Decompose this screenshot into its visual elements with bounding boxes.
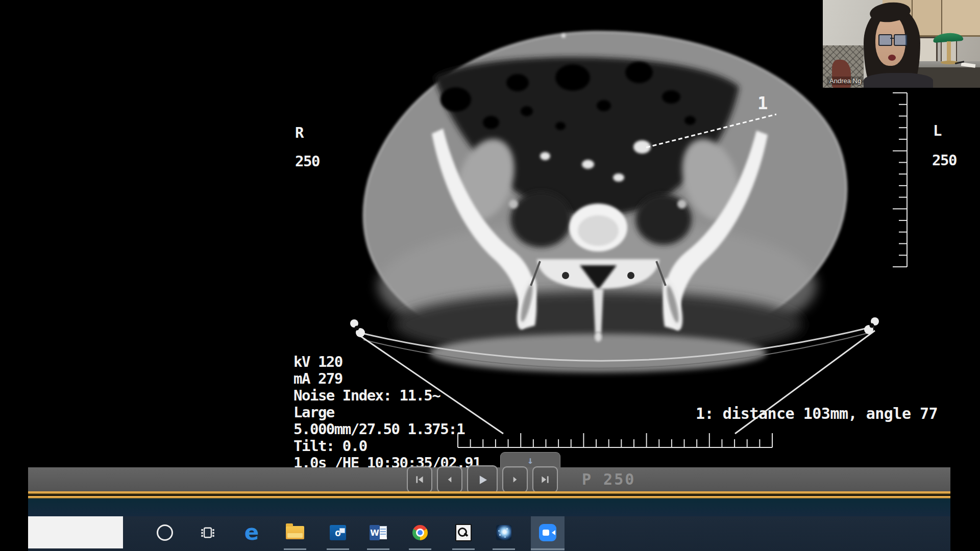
- fov-right-value: 250: [295, 153, 304, 169]
- outlook-icon: o: [330, 525, 346, 540]
- participant-name-label: Andrea Ng: [827, 77, 864, 85]
- arrow-down-icon: ↓: [527, 454, 533, 466]
- glasses-bridge: [890, 38, 894, 39]
- orientation-posterior-label: P 250: [582, 470, 635, 488]
- sparkle-app-icon: [496, 525, 511, 540]
- fov-left-value: 250: [932, 152, 941, 168]
- scan-param-slice: 5.000mm/27.50 1.375:1: [293, 421, 481, 438]
- last-slice-button[interactable]: [532, 466, 558, 493]
- scan-param-ma: mA 279: [293, 370, 481, 387]
- running-indicator: [284, 548, 306, 550]
- taskbar-item-edge[interactable]: e: [237, 516, 266, 549]
- play-button[interactable]: [467, 465, 498, 494]
- taskbar-item-file-explorer[interactable]: [281, 516, 309, 549]
- bottom-scale-ruler: [458, 433, 772, 447]
- person-torso: [864, 73, 933, 88]
- zoom-app-icon: [539, 524, 556, 541]
- word-page: [379, 526, 387, 539]
- taskbar-item-sparkle-app[interactable]: [489, 516, 518, 549]
- orientation-left-label: L: [933, 122, 941, 139]
- glasses-right-lens: [894, 34, 908, 46]
- taskbar-item-document-search[interactable]: [449, 516, 478, 549]
- cine-nav-buttons: [407, 465, 558, 494]
- chevron-right-icon: [509, 474, 521, 485]
- scan-param-fov: Large: [293, 404, 481, 421]
- chrome-icon: [412, 525, 428, 540]
- table-clip-right: [864, 317, 879, 334]
- taskbar-item-word[interactable]: W: [364, 516, 393, 549]
- screen-share-border: [28, 491, 950, 498]
- taskbar-item-task-view[interactable]: [193, 516, 222, 549]
- desktop-strip: [28, 498, 950, 516]
- right-scale-ruler: [893, 93, 907, 267]
- edge-icon: e: [244, 525, 259, 540]
- running-indicator: [367, 548, 389, 550]
- viewer-control-bar: P 250: [28, 467, 950, 491]
- outlook-letter: o: [335, 527, 341, 539]
- skip-start-icon: [414, 474, 425, 485]
- measurement-marker-1: 1: [757, 93, 768, 113]
- glasses-left-lens: [878, 34, 892, 46]
- task-view-icon: [200, 525, 215, 540]
- next-slice-button[interactable]: [502, 466, 528, 493]
- document-search-icon: [455, 524, 472, 541]
- windows-taskbar: e o W: [28, 516, 950, 551]
- file-explorer-icon: [286, 526, 304, 539]
- skip-end-icon: [540, 474, 551, 485]
- taskbar-search-input[interactable]: [28, 516, 123, 548]
- scan-parameters-block: kV 120 mA 279 Noise Index: 11.5~ Large 5…: [293, 354, 481, 471]
- measurement-result-text: 1: distance 103mm, angle 77: [696, 405, 938, 422]
- bankers-lamp-stem: [947, 41, 951, 62]
- screen: R 250 L 250 kV 120 mA 279 Noise Index: 1…: [0, 0, 980, 551]
- previous-slice-button[interactable]: [437, 466, 462, 493]
- webcam-video-tile[interactable]: Andrea Ng: [823, 0, 980, 88]
- scan-param-noise: Noise Index: 11.5~: [293, 387, 481, 404]
- scan-param-tilt: Tilt: 0.0: [293, 438, 481, 455]
- person-mouth: [888, 55, 896, 61]
- chevron-left-icon: [444, 474, 455, 485]
- scan-param-kv: kV 120: [293, 354, 481, 370]
- play-icon: [476, 473, 489, 486]
- word-icon: W: [370, 525, 387, 540]
- taskbar-item-chrome[interactable]: [406, 516, 434, 549]
- taskbar-item-outlook[interactable]: o: [324, 516, 352, 549]
- word-letter: W: [370, 528, 379, 538]
- first-slice-button[interactable]: [407, 466, 432, 493]
- running-indicator: [327, 548, 349, 550]
- taskbar-item-cortana[interactable]: [151, 516, 179, 549]
- running-indicator: [452, 548, 475, 550]
- running-indicator: [409, 548, 431, 550]
- taskbar-item-zoom[interactable]: [533, 516, 562, 549]
- cortana-icon: [157, 524, 173, 541]
- table-clip-left: [350, 319, 365, 337]
- running-indicator: [493, 548, 515, 550]
- orientation-right-label: R: [295, 124, 303, 141]
